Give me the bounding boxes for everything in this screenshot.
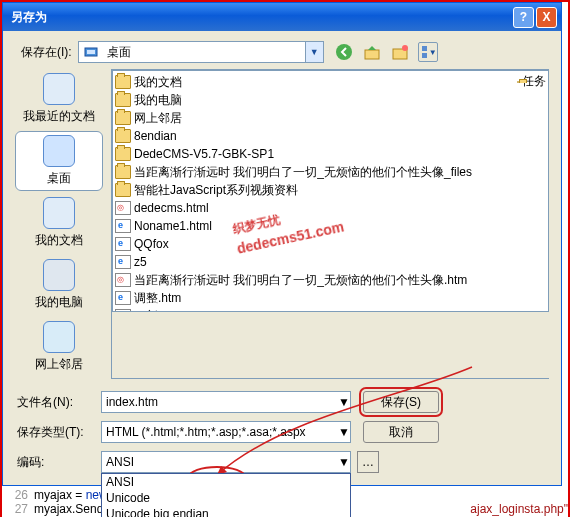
file-item[interactable]: QQfox: [115, 235, 546, 253]
encoding-dropdown[interactable]: ANSIUnicodeUnicode big endianUTF-8UTF-8 …: [101, 473, 351, 517]
recent-icon: [43, 73, 75, 105]
encoding-option[interactable]: ANSI: [102, 474, 350, 490]
file-icon: [115, 255, 131, 269]
computer-icon: [43, 259, 75, 291]
file-item[interactable]: DedeCMS-V5.7-GBK-SP1: [115, 145, 546, 163]
file-icon: [115, 309, 131, 312]
svg-point-5: [402, 45, 408, 51]
folder-icon: [517, 81, 519, 83]
close-button[interactable]: X: [536, 7, 557, 28]
file-item[interactable]: 智能社JavaScript系列视频资料: [115, 181, 546, 199]
encoding-option[interactable]: Unicode big endian: [102, 506, 350, 517]
sidebar-item-desktop[interactable]: 桌面: [15, 131, 103, 191]
save-in-label: 保存在(I):: [21, 44, 72, 61]
chevron-down-icon[interactable]: ▼: [338, 455, 350, 469]
file-item[interactable]: 更新.htm: [115, 307, 546, 312]
chevron-down-icon[interactable]: ▼: [338, 425, 350, 439]
documents-icon: [43, 197, 75, 229]
sidebar-item-recent[interactable]: 我最近的文档: [15, 69, 103, 129]
help-button[interactable]: ?: [513, 7, 534, 28]
file-icon: [115, 201, 131, 215]
folder-icon: [115, 183, 131, 197]
file-item[interactable]: 8endian: [115, 127, 546, 145]
new-folder-icon[interactable]: [390, 42, 410, 62]
file-item[interactable]: dedecms.html: [115, 199, 546, 217]
svg-rect-8: [422, 53, 427, 58]
encoding-option[interactable]: Unicode: [102, 490, 350, 506]
folder-icon: [115, 93, 131, 107]
type-label: 保存类型(T):: [17, 424, 101, 441]
file-item[interactable]: 当距离渐行渐远时 我们明白了一切_无烦恼的他们个性头像.htm: [115, 271, 546, 289]
save-in-combo[interactable]: 桌面 ▼: [78, 41, 324, 63]
file-icon: [115, 291, 131, 305]
filename-label: 文件名(N):: [17, 394, 101, 411]
file-item[interactable]: 调整.htm: [115, 289, 546, 307]
file-item[interactable]: 网上邻居: [115, 109, 546, 127]
file-item[interactable]: 当距离渐行渐远时 我们明白了一切_无烦恼的他们个性头像_files: [115, 163, 546, 181]
folder-icon: [115, 165, 131, 179]
svg-rect-6: [422, 46, 427, 51]
file-item[interactable]: Noname1.html: [115, 217, 546, 235]
titlebar: 另存为 ? X: [3, 3, 561, 31]
window-title: 另存为: [7, 9, 47, 26]
type-combo[interactable]: HTML (*.html;*.htm;*.asp;*.asa;*.aspx ▼: [101, 421, 351, 443]
svg-rect-3: [365, 50, 379, 59]
view-icon[interactable]: ▼: [418, 42, 438, 62]
folder-icon: [115, 129, 131, 143]
encoding-more-button[interactable]: …: [357, 451, 379, 473]
folder-icon: [115, 147, 131, 161]
back-icon[interactable]: [334, 42, 354, 62]
sidebar-item-network[interactable]: 网上邻居: [15, 317, 103, 377]
folder-icon: [115, 111, 131, 125]
file-icon: [115, 273, 131, 287]
cancel-button[interactable]: 取消: [363, 421, 439, 443]
save-in-value: 桌面: [103, 44, 305, 61]
places-sidebar: 我最近的文档 桌面 我的文档 我的电脑 网上邻居: [15, 69, 103, 379]
file-item[interactable]: z5: [115, 253, 546, 271]
file-icon: [115, 237, 131, 251]
desktop-icon: [83, 44, 99, 60]
task-badge[interactable]: 任务: [517, 73, 546, 90]
up-icon[interactable]: [362, 42, 382, 62]
file-item[interactable]: 我的电脑: [115, 91, 546, 109]
file-list[interactable]: 任务 我的文档我的电脑网上邻居8endianDedeCMS-V5.7-GBK-S…: [112, 70, 549, 312]
file-icon: [115, 219, 131, 233]
desktop-icon: [43, 135, 75, 167]
filename-input[interactable]: ▼: [101, 391, 351, 413]
save-button[interactable]: 保存(S): [363, 391, 439, 413]
folder-icon: [115, 75, 131, 89]
chevron-down-icon[interactable]: ▼: [338, 395, 350, 409]
svg-point-2: [336, 44, 352, 60]
sidebar-item-documents[interactable]: 我的文档: [15, 193, 103, 253]
network-icon: [43, 321, 75, 353]
sidebar-item-computer[interactable]: 我的电脑: [15, 255, 103, 315]
encoding-combo[interactable]: ANSI ▼: [101, 451, 351, 473]
file-item[interactable]: 我的文档: [115, 73, 517, 91]
chevron-down-icon[interactable]: ▼: [305, 42, 323, 62]
svg-rect-1: [87, 50, 95, 54]
encoding-label: 编码:: [17, 454, 101, 471]
